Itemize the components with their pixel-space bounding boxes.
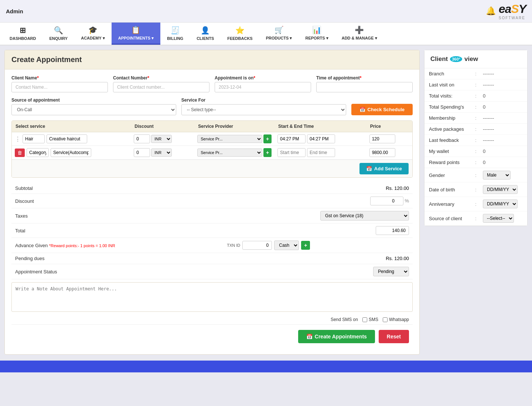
nav-label-academy: ACADEMY ▾: [81, 36, 105, 41]
anniversary-select[interactable]: DD/MM/YY: [483, 199, 518, 208]
provider-select-1[interactable]: Service Pr...: [197, 135, 262, 143]
check-schedule-button[interactable]: 📅 Check Schedule: [351, 104, 413, 115]
contact-number-input[interactable]: [113, 82, 209, 92]
sms-option: SMS: [369, 317, 378, 322]
taxes-label: Taxes: [11, 208, 223, 224]
price-input-1[interactable]: [369, 134, 395, 143]
nav-item-add-manage[interactable]: ➕ ADD & MANAGE ▾: [335, 23, 384, 45]
advance-txn-input[interactable]: [242, 241, 272, 250]
end-time-1[interactable]: [307, 134, 335, 143]
nav-item-billing[interactable]: 🧾 BILLING: [160, 23, 190, 45]
subtotal-row: Subtotal Rs. 120.00: [11, 183, 413, 194]
client-field-total-spending: Total Spending's : 0: [424, 102, 527, 113]
nav-label-clients: CLIENTS: [197, 36, 214, 41]
discount-unit-2[interactable]: INR%: [151, 149, 172, 157]
reward-note: *Reward points:- 1 points = 1.00 INR: [49, 243, 115, 248]
nav-label-products: PRODUCTS ▾: [266, 36, 292, 41]
total-input: [376, 226, 409, 235]
whatsapp-option: Whatsapp: [389, 317, 409, 322]
nav-item-feedbacks[interactable]: ⭐ FEEDBACKS: [221, 23, 259, 45]
footer-bar: [0, 361, 532, 372]
gender-select[interactable]: Male Female Other: [483, 171, 511, 180]
taxes-cell: Gst on Service (18) None: [223, 208, 413, 224]
client-name-input[interactable]: [11, 82, 108, 92]
category-input-2[interactable]: [27, 148, 49, 157]
category-input-1[interactable]: [23, 134, 45, 143]
reset-button[interactable]: Reset: [379, 330, 409, 343]
th-price: Price: [366, 121, 412, 132]
service-row-2-time-cell: [274, 146, 366, 160]
nav-item-enquiry[interactable]: 🔍 ENQUIRY: [43, 23, 75, 45]
nav-item-reports[interactable]: 📊 REPORTS ▾: [299, 23, 335, 45]
payment-method-select[interactable]: Cash Card UPI: [274, 240, 299, 250]
discount-unit-1[interactable]: INR%: [151, 135, 172, 143]
whatsapp-checkbox[interactable]: [383, 317, 388, 322]
client-name-label: Client Name*: [11, 75, 108, 81]
calendar-icon: 📅: [359, 107, 365, 112]
time-input[interactable]: 04:27 PM: [316, 82, 413, 92]
end-time-2[interactable]: [307, 148, 335, 157]
taxes-select[interactable]: Gst on Service (18) None: [320, 211, 409, 221]
service-for-select[interactable]: -- Select type--: [181, 104, 346, 115]
client-360-table: Branch : ------- Last visit on : -------…: [424, 68, 527, 226]
create-appointments-button[interactable]: 📅 Create Appointments: [298, 330, 375, 343]
service-table: Select service Discount Service Provider…: [12, 121, 412, 160]
appointments-icon: 📋: [131, 25, 140, 34]
advance-add-button[interactable]: +: [301, 241, 310, 250]
appointment-on-input[interactable]: [215, 82, 311, 92]
discount-input-1[interactable]: [134, 134, 150, 143]
main-layout: Create Appointment Client Name* Contact …: [0, 45, 532, 359]
provider-select-2[interactable]: Service Pr...: [197, 149, 262, 157]
nav-label-reports: REPORTS ▾: [305, 36, 328, 41]
service-for-group: Service For -- Select type--: [181, 98, 346, 115]
drag-handle-1[interactable]: ⋮: [15, 136, 21, 143]
source-of-client-select[interactable]: --Select-- Walk-In Online Referral: [483, 214, 514, 223]
note-textarea[interactable]: [11, 282, 413, 312]
pending-dues-label: Pending dues: [11, 253, 223, 264]
start-time-2[interactable]: [277, 148, 306, 157]
status-row: Appointment Status Pending Confirmed Com…: [11, 264, 413, 279]
th-select-service: Select service: [12, 121, 131, 132]
sms-label: Send SMS on: [331, 317, 358, 322]
enquiry-icon: 🔍: [54, 26, 63, 35]
client-field-source: Source of client : --Select-- Walk-In On…: [424, 211, 527, 226]
status-select[interactable]: Pending Confirmed Completed Cancelled: [373, 267, 409, 276]
discount-input-2[interactable]: [134, 148, 150, 157]
nav-item-appointments[interactable]: 📋 APPOINTMENTS ▾: [112, 23, 160, 45]
subtotal-label: Subtotal: [11, 183, 223, 194]
start-time-1[interactable]: [277, 134, 306, 143]
client-field-wallet: My wallet : 0: [424, 146, 527, 157]
add-provider-btn-2[interactable]: +: [263, 148, 272, 157]
pending-dues-value: Rs. 120.00: [223, 253, 413, 264]
price-input-2[interactable]: [369, 148, 395, 157]
service-row-1-category-cell: ⋮: [12, 132, 131, 146]
discount-summary-input[interactable]: [370, 197, 403, 205]
bell-icon[interactable]: 🔔: [486, 6, 496, 16]
client-field-last-feedback: Last feedback : -------: [424, 135, 527, 146]
client-field-branch: Branch : -------: [424, 68, 527, 79]
add-provider-btn-1[interactable]: +: [263, 134, 272, 143]
form-panel: Create Appointment Client Name* Contact …: [4, 50, 420, 355]
nav-item-dashboard[interactable]: ⊞ DASHBOARD: [3, 23, 43, 45]
service-input-1[interactable]: [47, 134, 87, 143]
subtotal-value: Rs. 120.00: [223, 183, 413, 194]
feedbacks-icon: ⭐: [235, 26, 245, 35]
add-service-button[interactable]: 📅 Add Service: [359, 163, 409, 174]
sms-checkbox[interactable]: [362, 317, 367, 322]
service-row-2-price-cell: [366, 146, 412, 160]
delete-btn-2[interactable]: 🗑: [15, 149, 25, 157]
nav-item-products[interactable]: 🛒 PRODUCTS ▾: [259, 23, 299, 45]
advance-label: Advance Given *Reward points:- 1 points …: [11, 238, 223, 253]
service-input-2[interactable]: [51, 148, 91, 157]
service-row-2-category-cell: 🗑: [12, 146, 131, 160]
add-service-icon: 📅: [366, 166, 372, 171]
th-service-provider: Service Provider: [194, 121, 274, 132]
action-row: 📅 Create Appointments Reset: [11, 324, 413, 348]
contact-number-label: Contact Number*: [113, 75, 209, 81]
dob-select[interactable]: DD/MM/YY: [483, 185, 518, 194]
client-panel-header: Client 360° view: [424, 50, 527, 68]
nav-item-academy[interactable]: 🎓 ACADEMY ▾: [74, 23, 111, 45]
nav-item-clients[interactable]: 👤 CLIENTS: [190, 23, 221, 45]
reports-icon: 📊: [312, 25, 321, 34]
source-select[interactable]: On-Call Walk-In Online Phone: [11, 104, 176, 115]
